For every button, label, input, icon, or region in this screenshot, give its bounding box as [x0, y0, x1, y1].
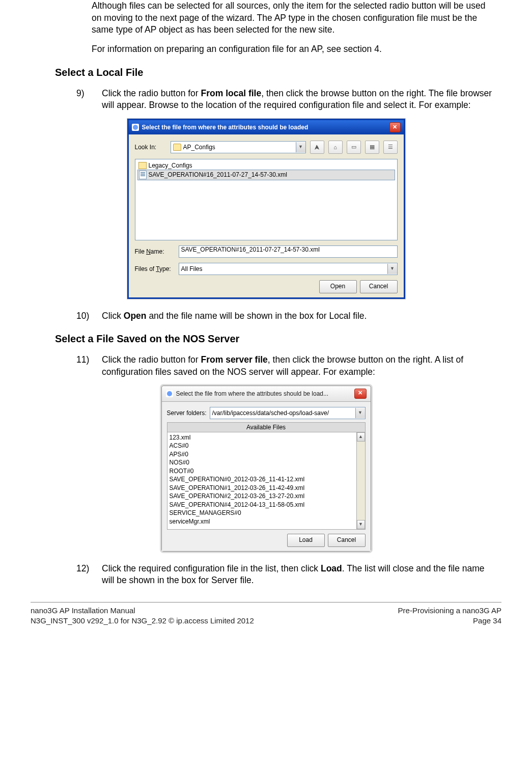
- server-folders-label: Server folders:: [167, 409, 207, 417]
- filename-label: File Name:: [135, 248, 175, 255]
- list-item[interactable]: APS#0: [170, 450, 363, 459]
- close-button[interactable]: ✕: [354, 389, 367, 399]
- chevron-down-icon[interactable]: ▼: [296, 142, 305, 152]
- intro-paragraph-1: Although files can be selected for all s…: [92, 0, 496, 36]
- details-icon: ☰: [388, 144, 393, 150]
- folder-icon: [173, 144, 181, 151]
- scroll-down-icon[interactable]: ▼: [357, 520, 365, 529]
- step-12-number: 12): [76, 563, 102, 587]
- filetype-label: Files of Type:: [135, 265, 175, 272]
- file-list[interactable]: Legacy_Configs SAVE_OPERATION#16_2011-07…: [135, 159, 398, 240]
- list-item[interactable]: NOS#0: [170, 458, 363, 467]
- list-view-button[interactable]: ▦: [365, 141, 379, 154]
- lookin-value: AP_Configs: [183, 144, 215, 151]
- step-11-text: Click the radio button for From server f…: [102, 354, 496, 378]
- intro-paragraph-2: For information on preparing an configur…: [92, 43, 496, 56]
- dialog-titlebar: Select the file from where the attribute…: [129, 120, 404, 134]
- list-item[interactable]: SERVICE_MANAGERS#0: [170, 509, 363, 517]
- step-12-text: Click the required configuration file in…: [102, 563, 496, 587]
- heading-select-server-file: Select a File Saved on the NOS Server: [55, 333, 501, 345]
- close-button[interactable]: ✕: [389, 122, 401, 132]
- home-icon: ⌂: [333, 144, 337, 150]
- home-button[interactable]: ⌂: [328, 141, 343, 154]
- cancel-button[interactable]: Cancel: [328, 534, 366, 547]
- list-item[interactable]: ACS#0: [170, 442, 363, 450]
- up-folder-icon: ⮝: [314, 144, 320, 150]
- dialog-title-text: Select the file from where the attribute…: [176, 390, 329, 397]
- dialog-file-chooser: Select the file from where the attribute…: [127, 119, 405, 299]
- cancel-button[interactable]: Cancel: [360, 280, 398, 293]
- list-item[interactable]: 123.xml: [170, 433, 363, 442]
- dialog-titlebar: Select the file from where the attribute…: [162, 386, 371, 402]
- page-footer: nano3G AP Installation Manual N3G_INST_3…: [31, 602, 501, 626]
- chevron-down-icon[interactable]: ▼: [387, 264, 397, 274]
- list-item[interactable]: ROOT#0: [170, 467, 363, 476]
- heading-select-local-file: Select a Local File: [55, 67, 501, 78]
- footer-doc-version: N3G_INST_300 v292_1.0 for N3G_2.92 © ip.…: [31, 616, 254, 626]
- server-folders-combobox[interactable]: /var/lib/ipaccess/data/sched-ops/load-sa…: [210, 407, 366, 419]
- step-11-number: 11): [76, 354, 102, 378]
- list-item[interactable]: SAVE_OPERATION#2_2012-03-26_13-27-20.xml: [170, 492, 363, 501]
- open-button[interactable]: Open: [319, 280, 357, 293]
- filetype-value: All Files: [181, 265, 203, 272]
- new-folder-icon: ▭: [351, 144, 356, 150]
- scrollbar[interactable]: ▲ ▼: [356, 432, 365, 529]
- step-10-number: 10): [76, 310, 102, 322]
- filetype-combobox[interactable]: All Files ▼: [179, 263, 398, 275]
- list-item[interactable]: serviceMgr.xml: [170, 517, 363, 526]
- list-item[interactable]: SAVE_OPERATION#16_2011-07-27_14-57-30.xm…: [137, 170, 395, 180]
- up-folder-button[interactable]: ⮝: [310, 141, 324, 154]
- grid-icon: ▦: [370, 144, 375, 150]
- footer-page-number: Page 34: [398, 616, 501, 626]
- step-10-text: Click Open and the file name will be sho…: [102, 310, 496, 322]
- list-item[interactable]: SAVE_OPERATION#1_2012-03-26_11-42-49.xml: [170, 484, 363, 492]
- new-folder-button[interactable]: ▭: [347, 141, 361, 154]
- available-files-header: Available Files: [167, 422, 366, 432]
- available-files-list[interactable]: 123.xml ACS#0 APS#0 NOS#0 ROOT#0 SAVE_OP…: [167, 432, 366, 530]
- java-icon: [132, 124, 139, 131]
- footer-doc-title: nano3G AP Installation Manual: [31, 606, 254, 616]
- dialog-server-files: Select the file from where the attribute…: [161, 386, 371, 552]
- list-item[interactable]: SAVE_OPERATION#0_2012-03-26_11-41-12.xml: [170, 475, 363, 484]
- load-button[interactable]: Load: [287, 534, 325, 547]
- folder-icon: [138, 162, 147, 169]
- step-9-text: Click the radio button for From local fi…: [102, 88, 496, 112]
- server-folders-value: /var/lib/ipaccess/data/sched-ops/load-sa…: [212, 409, 329, 417]
- filename-input[interactable]: SAVE_OPERATION#16_2011-07-27_14-57-30.xm…: [179, 245, 398, 258]
- scroll-up-icon[interactable]: ▲: [357, 432, 365, 442]
- details-view-button[interactable]: ☰: [383, 141, 398, 154]
- list-item[interactable]: Legacy_Configs: [137, 161, 395, 170]
- dialog-title-text: Select the file from where the attribute…: [142, 124, 309, 131]
- java-icon: [166, 390, 173, 397]
- footer-section-title: Pre-Provisioning a nano3G AP: [398, 606, 501, 616]
- step-9-number: 9): [76, 88, 102, 112]
- file-icon: [139, 171, 147, 179]
- list-item[interactable]: SAVE_OPERATION#4_2012-04-13_11-58-05.xml: [170, 501, 363, 509]
- lookin-label: Look In:: [135, 144, 166, 151]
- chevron-down-icon[interactable]: ▼: [355, 408, 365, 418]
- lookin-combobox[interactable]: AP_Configs ▼: [171, 141, 306, 153]
